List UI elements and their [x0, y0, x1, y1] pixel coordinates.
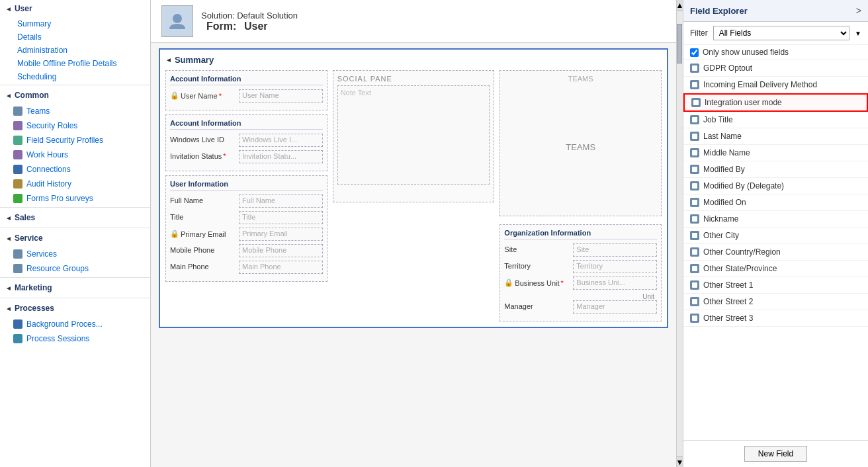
new-field-button[interactable]: New Field [744, 446, 807, 462]
lock-icon-3: 🔒 [504, 278, 513, 287]
sidebar-item-background-processes[interactable]: Background Proces... [0, 317, 150, 331]
fe-item-icon [690, 132, 699, 141]
required-star-3: * [561, 279, 564, 287]
sidebar-item-work-hours[interactable]: Work Hours [0, 148, 150, 162]
sidebar-item-field-security[interactable]: Field Security Profiles [0, 133, 150, 148]
sidebar-section-sales-label: Sales [15, 213, 35, 222]
primary-email-input[interactable]: Primary Email [239, 228, 323, 241]
windows-live-id-input[interactable]: Windows Live I... [239, 134, 323, 147]
scrollbar-track[interactable] [677, 11, 683, 456]
fe-expand-btn[interactable]: > [856, 5, 861, 16]
fe-item-other-street1[interactable]: Other Street 1 [683, 277, 868, 294]
form-area: ◄ Summary Account Information 🔒 User Nam [151, 43, 676, 467]
sidebar-section-common-label: Common [15, 91, 49, 100]
scrollbar-down-btn[interactable]: ▼ [677, 456, 683, 467]
territory-row: Territory Territory [504, 260, 657, 273]
main-phone-input[interactable]: Main Phone [239, 261, 323, 274]
invitation-status-input[interactable]: Invitation Statu... [239, 150, 323, 163]
sidebar-item-services[interactable]: Services [0, 247, 150, 261]
fe-item-integration-user-mode[interactable]: Integration user mode [683, 93, 868, 112]
sidebar-section-service[interactable]: ◄ Service [0, 230, 150, 247]
manager-input[interactable]: Manager [573, 300, 657, 314]
sidebar-item-audit-history-label: Audit History [26, 179, 71, 189]
sidebar-section-marketing[interactable]: ◄ Marketing [0, 279, 150, 296]
sidebar-item-details[interactable]: Details [0, 30, 150, 44]
territory-input[interactable]: Territory [573, 260, 657, 273]
sidebar-section-processes[interactable]: ◄ Processes [0, 300, 150, 317]
fe-filter-select[interactable]: All FieldsUnused FieldsUsed Fields [713, 26, 849, 40]
mobile-phone-row: Mobile Phone Mobile Phone [170, 244, 323, 257]
teams-box: TEAMS TEAMS [499, 70, 662, 216]
process-sessions-icon [13, 334, 22, 343]
audit-history-icon [13, 179, 22, 189]
business-unit-input[interactable]: Business Uni... [573, 276, 657, 290]
fe-item-other-country[interactable]: Other Country/Region [683, 244, 868, 261]
fe-show-unused-checkbox[interactable] [690, 48, 699, 57]
fe-item-other-state[interactable]: Other State/Province [683, 261, 868, 277]
form-scrollbar[interactable]: ▲ ▼ [676, 0, 683, 467]
fe-filter-row: Filter All FieldsUnused FieldsUsed Field… [683, 22, 868, 45]
work-hours-icon [13, 150, 22, 159]
sidebar-item-administration[interactable]: Administration [0, 44, 150, 57]
social-pane-label: SOCIAL PANE [337, 75, 490, 83]
sidebar-item-summary[interactable]: Summary [0, 17, 150, 30]
sidebar-item-security-roles[interactable]: Security Roles [0, 118, 150, 133]
scrollbar-up-btn[interactable]: ▲ [677, 0, 683, 11]
fe-item-last-name[interactable]: Last Name [683, 128, 868, 145]
sidebar-item-resource-groups[interactable]: Resource Groups [0, 261, 150, 276]
title-row: Title Title [170, 211, 323, 224]
primary-email-label: 🔒 Primary Email [170, 228, 236, 238]
fe-item-gdpr-optout[interactable]: GDPR Optout [683, 60, 868, 77]
title-input[interactable]: Title [239, 211, 323, 224]
sidebar-item-forms-pro[interactable]: Forms Pro surveys [0, 191, 150, 206]
fe-item-icon [690, 64, 699, 73]
site-input[interactable]: Site [573, 243, 657, 257]
fe-item-label: Middle Name [703, 148, 750, 157]
site-label: Site [504, 243, 570, 253]
form-columns: Account Information 🔒 User Name * User N… [165, 70, 662, 321]
manager-label: Manager [504, 300, 570, 310]
svg-point-0 [173, 14, 182, 23]
fe-item-icon [690, 198, 699, 207]
collapse-sales-icon: ◄ [5, 214, 12, 222]
sidebar-item-scheduling[interactable]: Scheduling [0, 70, 150, 83]
scrollbar-thumb[interactable] [677, 24, 682, 64]
solution-label: Solution: Default Solution [201, 11, 298, 21]
form-label: Form: User [201, 21, 298, 32]
fe-item-job-title[interactable]: Job Title [683, 112, 868, 128]
sidebar-item-audit-history[interactable]: Audit History [0, 177, 150, 191]
fe-item-other-city[interactable]: Other City [683, 228, 868, 244]
fe-item-other-street3[interactable]: Other Street 3 [683, 310, 868, 327]
user-info-label: User Information [170, 180, 323, 191]
fe-item-nickname[interactable]: Nickname [683, 211, 868, 228]
fe-item-modified-on[interactable]: Modified On [683, 194, 868, 211]
full-name-input[interactable]: Full Name [239, 194, 323, 208]
sidebar-item-mobile-offline[interactable]: Mobile Offline Profile Details [0, 57, 150, 70]
note-text-area[interactable]: Note Text [337, 85, 490, 185]
fe-item-middle-name[interactable]: Middle Name [683, 145, 868, 161]
sidebar-section-user[interactable]: ◄ User [0, 0, 150, 17]
fe-header: Field Explorer > [683, 0, 868, 22]
fe-item-icon [690, 314, 699, 323]
fe-list: GDPR Optout Incoming Email Delivery Meth… [683, 60, 868, 440]
fe-item-label: Other City [703, 231, 739, 240]
sidebar-item-work-hours-label: Work Hours [26, 150, 68, 159]
account-info-section-2: Account Information Windows Live ID Wind… [165, 114, 327, 171]
user-name-input[interactable]: User Name [239, 89, 323, 103]
fe-item-icon [690, 297, 699, 306]
fe-item-other-street2[interactable]: Other Street 2 [683, 294, 868, 310]
sidebar-item-teams[interactable]: Teams [0, 104, 150, 118]
fe-show-unused-label: Only show unused fields [703, 48, 789, 57]
sidebar-item-process-sessions[interactable]: Process Sessions [0, 331, 150, 346]
fe-item-modified-by-delegate[interactable]: Modified By (Delegate) [683, 178, 868, 194]
social-pane: SOCIAL PANE Note Text [333, 70, 495, 202]
fe-item-icon [690, 115, 699, 124]
full-name-label: Full Name [170, 194, 236, 204]
fe-item-modified-by[interactable]: Modified By [683, 161, 868, 178]
fe-item-incoming-email[interactable]: Incoming Email Delivery Method [683, 77, 868, 93]
sidebar-item-connections[interactable]: Connections [0, 162, 150, 177]
sidebar-section-sales[interactable]: ◄ Sales [0, 209, 150, 226]
sidebar-section-common[interactable]: ◄ Common [0, 87, 150, 104]
mobile-phone-input[interactable]: Mobile Phone [239, 244, 323, 257]
background-processes-icon [13, 319, 22, 329]
